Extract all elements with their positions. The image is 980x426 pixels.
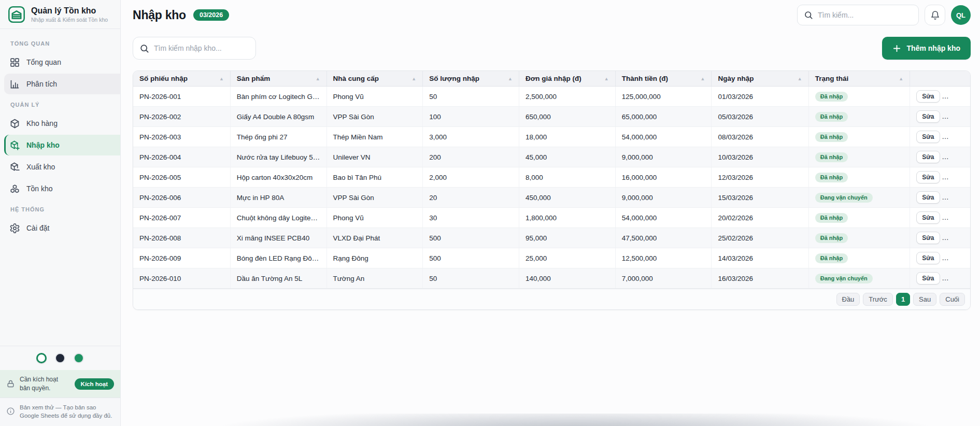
sidebar-item-tong-quan[interactable]: Tổng quan — [4, 52, 120, 73]
edit-button[interactable]: Sửa — [916, 90, 940, 103]
cell-receipt-id: PN-2026-004 — [133, 147, 230, 167]
search-icon — [804, 10, 813, 20]
sidebar-item-nhap-kho[interactable]: Nhập kho — [4, 135, 120, 155]
edit-button[interactable]: Sửa — [916, 151, 940, 163]
table-search — [133, 37, 256, 60]
status-badge: Đang vận chuyển — [815, 193, 873, 203]
theme-switcher — [0, 346, 120, 370]
sidebar-item-label: Phân tích — [26, 80, 57, 88]
cell-quantity: 500 — [423, 248, 519, 268]
delete-button[interactable]: Xoá — [945, 272, 968, 285]
boxes-icon — [9, 183, 20, 194]
package-icon — [9, 118, 20, 129]
pagination-page-1-button[interactable]: 1 — [896, 293, 910, 306]
notifications-button[interactable] — [925, 5, 945, 25]
delete-button[interactable]: Xoá — [945, 252, 968, 264]
package-plus-icon — [9, 140, 20, 151]
edit-button[interactable]: Sửa — [916, 232, 940, 244]
user-avatar[interactable]: QL — [951, 5, 971, 25]
cell-total: 54,000,000 — [615, 127, 712, 147]
cell-receipt-id: PN-2026-005 — [133, 167, 230, 188]
sidebar-item-label: Kho hàng — [26, 119, 58, 127]
top-bar: Nhập kho 03/2026 QL — [133, 0, 971, 25]
column-header-actions — [910, 71, 970, 87]
sidebar-item-cai-dat[interactable]: Cài đặt — [4, 218, 120, 238]
table-row: PN-2026-006 Mực in HP 80A VPP Sài Gòn 20… — [133, 188, 970, 208]
theme-swatch-light[interactable] — [36, 353, 47, 363]
status-badge: Đã nhập — [815, 112, 848, 122]
cell-supplier: VPP Sài Gòn — [326, 188, 423, 208]
cell-receipt-id: PN-2026-001 — [133, 87, 230, 107]
cell-unit-price: 18,000 — [519, 127, 615, 147]
cell-product: Thép ống phi 27 — [230, 127, 326, 147]
cell-unit-price: 650,000 — [519, 107, 615, 127]
theme-swatch-dark[interactable] — [55, 353, 65, 363]
column-header-quantity[interactable]: Số lượng nhập▲ — [423, 71, 519, 87]
delete-button[interactable]: Xoá — [945, 110, 968, 123]
table-search-input[interactable] — [154, 44, 249, 52]
pagination-last-button[interactable]: Cuối — [940, 293, 965, 306]
gear-icon — [9, 223, 20, 234]
cell-actions: Sửa Xoá — [910, 147, 970, 167]
cell-supplier: VPP Sài Gòn — [326, 107, 423, 127]
cell-quantity: 3,000 — [423, 127, 519, 147]
delete-button[interactable]: Xoá — [945, 211, 968, 224]
table-row: PN-2026-002 Giấy A4 Double A 80gsm VPP S… — [133, 107, 970, 127]
activate-button[interactable]: Kích hoạt — [75, 378, 114, 390]
pagination-prev-button[interactable]: Trước — [863, 293, 893, 306]
cell-status: Đã nhập — [808, 248, 910, 268]
column-header-status[interactable]: Trạng thái▲ — [808, 71, 910, 87]
cell-receipt-id: PN-2026-006 — [133, 188, 230, 208]
cell-product: Dầu ăn Tường An 5L — [230, 268, 326, 289]
cell-total: 65,000,000 — [615, 107, 712, 127]
sidebar-nav: TỔNG QUAN Tổng quan Phân tích QUẢN LÝ — [0, 29, 120, 239]
cell-receipt-id: PN-2026-003 — [133, 127, 230, 147]
cell-unit-price: 25,000 — [519, 248, 615, 268]
sidebar-item-label: Tồn kho — [26, 184, 53, 193]
column-header-date[interactable]: Ngày nhập▲ — [712, 71, 808, 87]
edit-button[interactable]: Sửa — [916, 171, 940, 183]
edit-button[interactable]: Sửa — [916, 252, 940, 264]
cell-actions: Sửa Xoá — [910, 87, 970, 107]
column-header-product[interactable]: Sản phẩm▲ — [230, 71, 326, 87]
cell-actions: Sửa Xoá — [910, 208, 970, 228]
delete-button[interactable]: Xoá — [945, 232, 968, 244]
sort-asc-icon: ▲ — [899, 76, 903, 81]
column-header-supplier[interactable]: Nhà cung cấp▲ — [326, 71, 423, 87]
pagination-next-button[interactable]: Sau — [913, 293, 936, 306]
sidebar-item-ton-kho[interactable]: Tồn kho — [4, 178, 120, 199]
column-header-receipt-id[interactable]: Số phiếu nhập▲ — [133, 71, 230, 87]
edit-button[interactable]: Sửa — [916, 191, 940, 204]
theme-swatch-green[interactable] — [74, 353, 84, 363]
column-header-total[interactable]: Thành tiền (đ)▲ — [615, 71, 712, 87]
delete-button[interactable]: Xoá — [945, 191, 968, 204]
sidebar-item-phan-tich[interactable]: Phân tích — [4, 74, 120, 94]
cell-product: Xi măng INSEE PCB40 — [230, 228, 326, 248]
cell-product: Bóng đèn LED Rạng Đôn… — [230, 248, 326, 268]
edit-button[interactable]: Sửa — [916, 272, 940, 285]
cell-date: 14/03/2026 — [712, 248, 808, 268]
cell-date: 20/02/2026 — [712, 208, 808, 228]
delete-button[interactable]: Xoá — [945, 90, 968, 103]
search-icon — [139, 44, 149, 53]
sidebar-item-xuat-kho[interactable]: Xuất kho — [4, 157, 120, 177]
cell-date: 05/03/2026 — [712, 107, 808, 127]
cell-quantity: 50 — [423, 268, 519, 289]
add-receipt-button[interactable]: Thêm nhập kho — [882, 37, 971, 60]
table-row: PN-2026-009 Bóng đèn LED Rạng Đôn… Rạng … — [133, 248, 970, 268]
sidebar-item-kho-hang[interactable]: Kho hàng — [4, 113, 120, 134]
global-search-input[interactable] — [818, 11, 912, 19]
edit-button[interactable]: Sửa — [916, 211, 940, 224]
cell-supplier: Tường An — [326, 268, 423, 289]
sidebar-item-label: Cài đặt — [26, 224, 49, 232]
cell-receipt-id: PN-2026-007 — [133, 208, 230, 228]
delete-button[interactable]: Xoá — [945, 131, 968, 143]
cell-total: 12,500,000 — [615, 248, 712, 268]
delete-button[interactable]: Xoá — [945, 171, 968, 183]
edit-button[interactable]: Sửa — [916, 110, 940, 123]
edit-button[interactable]: Sửa — [916, 131, 940, 143]
pagination-first-button[interactable]: Đầu — [836, 293, 860, 306]
column-header-unit-price[interactable]: Đơn giá nhập (đ)▲ — [519, 71, 615, 87]
cell-date: 01/03/2026 — [712, 87, 808, 107]
delete-button[interactable]: Xoá — [945, 151, 968, 163]
